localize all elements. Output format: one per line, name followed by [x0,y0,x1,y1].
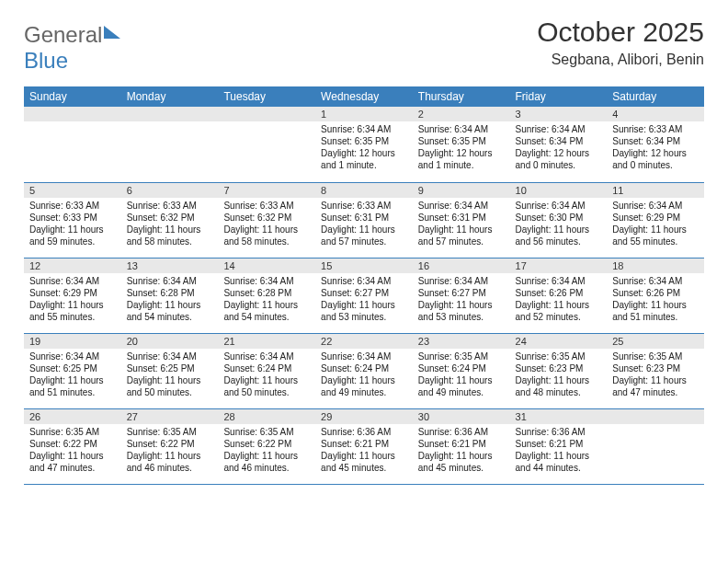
daylight-line: Daylight: 11 hours and 57 minutes. [418,224,505,247]
day-number: 16 [413,259,510,273]
calendar-day-cell: 5Sunrise: 6:33 AMSunset: 6:33 PMDaylight… [24,182,121,258]
calendar-week-row: 1Sunrise: 6:34 AMSunset: 6:35 PMDaylight… [24,107,704,182]
daylight-line: Daylight: 11 hours and 53 minutes. [321,299,407,323]
sunset-line: Sunset: 6:27 PM [321,287,407,299]
sunrise-line: Sunrise: 6:36 AM [321,426,407,438]
day-body: Sunrise: 6:35 AMSunset: 6:22 PMDaylight:… [24,424,121,477]
sunset-line: Sunset: 6:23 PM [516,362,602,374]
calendar-body: 1Sunrise: 6:34 AMSunset: 6:35 PMDaylight… [24,107,704,484]
sunrise-line: Sunrise: 6:34 AM [127,275,213,287]
sunrise-line: Sunrise: 6:33 AM [612,123,699,135]
day-body: Sunrise: 6:34 AMSunset: 6:24 PMDaylight:… [218,349,315,402]
sunrise-line: Sunrise: 6:36 AM [516,426,602,438]
sunrise-line: Sunrise: 6:34 AM [418,200,505,212]
logo: General Blue [24,17,120,74]
day-number: 2 [413,107,510,121]
calendar-day-cell: 11Sunrise: 6:34 AMSunset: 6:29 PMDayligh… [607,182,704,258]
day-header: Tuesday [218,86,315,107]
day-number: 9 [413,183,510,198]
sunset-line: Sunset: 6:24 PM [321,362,407,374]
daylight-line: Daylight: 11 hours and 48 minutes. [516,374,602,398]
calendar-week-row: 12Sunrise: 6:34 AMSunset: 6:29 PMDayligh… [24,258,704,333]
sunset-line: Sunset: 6:30 PM [516,212,602,224]
day-body: Sunrise: 6:34 AMSunset: 6:28 PMDaylight:… [218,273,315,327]
day-body: Sunrise: 6:34 AMSunset: 6:29 PMDaylight:… [24,273,121,327]
sunset-line: Sunset: 6:31 PM [418,212,505,224]
logo-word1: General [24,22,102,47]
day-number: 8 [315,183,413,198]
calendar-day-cell [121,107,219,182]
day-number: 18 [607,259,704,273]
sunset-line: Sunset: 6:33 PM [29,212,116,224]
calendar-day-cell: 23Sunrise: 6:35 AMSunset: 6:24 PMDayligh… [413,333,510,408]
calendar-day-cell: 18Sunrise: 6:34 AMSunset: 6:26 PMDayligh… [607,258,704,333]
daylight-line: Daylight: 11 hours and 58 minutes. [127,224,213,247]
sunset-line: Sunset: 6:22 PM [29,438,116,450]
page-subtitle: Segbana, Alibori, Benin [537,52,704,68]
day-header: Monday [121,86,219,107]
daylight-line: Daylight: 11 hours and 44 minutes. [516,450,602,474]
day-number: 3 [510,107,608,121]
day-number: 20 [121,334,219,349]
calendar-week-row: 26Sunrise: 6:35 AMSunset: 6:22 PMDayligh… [24,408,704,484]
daylight-line: Daylight: 11 hours and 58 minutes. [223,224,310,247]
sunset-line: Sunset: 6:26 PM [516,287,602,299]
daylight-line: Daylight: 11 hours and 45 minutes. [321,450,407,474]
calendar-day-cell: 9Sunrise: 6:34 AMSunset: 6:31 PMDaylight… [413,182,510,258]
daylight-line: Daylight: 11 hours and 45 minutes. [418,450,505,474]
day-body: Sunrise: 6:34 AMSunset: 6:25 PMDaylight:… [24,349,121,402]
day-number: 7 [218,183,315,198]
sunrise-line: Sunrise: 6:34 AM [127,350,213,362]
sunset-line: Sunset: 6:34 PM [612,135,699,147]
sunset-line: Sunset: 6:29 PM [612,212,699,224]
day-number: 22 [315,334,413,349]
day-number: 21 [218,334,315,349]
day-body: Sunrise: 6:34 AMSunset: 6:26 PMDaylight:… [607,273,704,327]
day-number: 30 [413,409,510,424]
calendar-day-cell [24,107,121,182]
day-header-row: SundayMondayTuesdayWednesdayThursdayFrid… [24,86,704,107]
calendar-day-cell: 15Sunrise: 6:34 AMSunset: 6:27 PMDayligh… [315,258,413,333]
sunset-line: Sunset: 6:35 PM [321,135,407,147]
daylight-line: Daylight: 11 hours and 54 minutes. [127,299,213,323]
sunrise-line: Sunrise: 6:34 AM [612,200,699,212]
day-number: 6 [121,183,219,198]
day-body: Sunrise: 6:33 AMSunset: 6:34 PMDaylight:… [607,121,704,175]
day-header: Thursday [413,86,510,107]
daylight-line: Daylight: 12 hours and 1 minute. [321,147,407,171]
sunset-line: Sunset: 6:31 PM [321,212,407,224]
daylight-line: Daylight: 11 hours and 47 minutes. [29,450,116,474]
daylight-line: Daylight: 11 hours and 55 minutes. [612,224,699,247]
day-number: 27 [121,409,219,424]
logo-text: General Blue [24,22,120,74]
calendar-table: SundayMondayTuesdayWednesdayThursdayFrid… [24,86,704,485]
day-number: 31 [510,409,608,424]
daylight-line: Daylight: 12 hours and 0 minutes. [612,147,699,171]
day-body: Sunrise: 6:36 AMSunset: 6:21 PMDaylight:… [315,424,413,477]
day-body: Sunrise: 6:35 AMSunset: 6:22 PMDaylight:… [121,424,219,477]
day-body: Sunrise: 6:36 AMSunset: 6:21 PMDaylight:… [510,424,608,477]
calendar-day-cell: 12Sunrise: 6:34 AMSunset: 6:29 PMDayligh… [24,258,121,333]
sunset-line: Sunset: 6:27 PM [418,287,505,299]
daylight-line: Daylight: 11 hours and 50 minutes. [127,374,213,398]
sunset-line: Sunset: 6:24 PM [418,362,505,374]
day-body: Sunrise: 6:34 AMSunset: 6:29 PMDaylight:… [607,198,704,251]
sunrise-line: Sunrise: 6:34 AM [516,275,602,287]
day-body: Sunrise: 6:33 AMSunset: 6:31 PMDaylight:… [315,198,413,251]
sunrise-line: Sunrise: 6:34 AM [223,275,310,287]
day-number: 24 [510,334,608,349]
calendar-week-row: 5Sunrise: 6:33 AMSunset: 6:33 PMDaylight… [24,182,704,258]
sunrise-line: Sunrise: 6:34 AM [612,275,699,287]
calendar-day-cell: 14Sunrise: 6:34 AMSunset: 6:28 PMDayligh… [218,258,315,333]
day-body: Sunrise: 6:34 AMSunset: 6:26 PMDaylight:… [510,273,608,327]
header: General Blue October 2025 Segbana, Alibo… [24,17,704,74]
calendar-week-row: 19Sunrise: 6:34 AMSunset: 6:25 PMDayligh… [24,333,704,408]
sunrise-line: Sunrise: 6:34 AM [321,350,407,362]
calendar-day-cell: 26Sunrise: 6:35 AMSunset: 6:22 PMDayligh… [24,408,121,484]
sunrise-line: Sunrise: 6:35 AM [516,350,602,362]
daylight-line: Daylight: 11 hours and 53 minutes. [418,299,505,323]
day-body: Sunrise: 6:34 AMSunset: 6:27 PMDaylight:… [413,273,510,327]
day-body: Sunrise: 6:34 AMSunset: 6:30 PMDaylight:… [510,198,608,251]
calendar-day-cell: 4Sunrise: 6:33 AMSunset: 6:34 PMDaylight… [607,107,704,182]
calendar-day-cell: 19Sunrise: 6:34 AMSunset: 6:25 PMDayligh… [24,333,121,408]
